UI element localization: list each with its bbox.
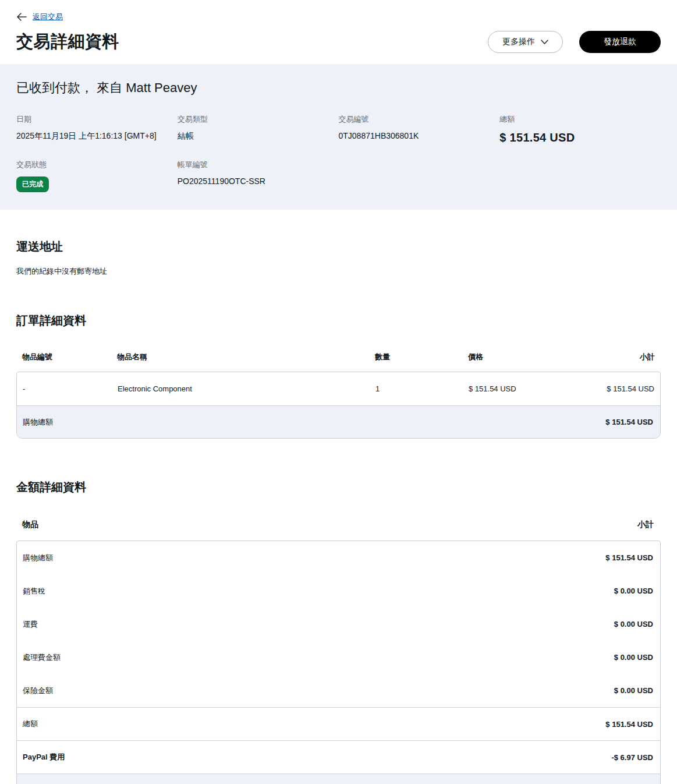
order-subtotal-label: 購物總額 [23,417,53,428]
order-details-heading: 訂單詳細資料 [16,313,661,329]
amount-row-sales-tax: 銷售稅 $ 0.00 USD [17,574,660,608]
amount-value: $ 151.54 USD [605,553,653,562]
amount-label: 處理費金額 [23,652,61,663]
transaction-id-value: 0TJ08871HB306801K [339,131,500,140]
amount-label: 保險金額 [23,686,53,696]
issue-refund-button[interactable]: 發放退款 [579,31,661,53]
order-table: - Electronic Component 1 $ 151.54 USD $ … [16,372,661,439]
back-navigation: 返回交易 [16,12,661,22]
amount-label: PayPal 費用 [23,752,65,762]
invoice-id-value: PO202511190OTC-SSR [178,176,339,186]
page-title: 交易詳細資料 [16,30,119,54]
amount-table: 購物總額 $ 151.54 USD 銷售稅 $ 0.00 USD 運費 $ 0.… [16,541,661,784]
amount-row-purchase-total: 購物總額 $ 151.54 USD [17,541,660,574]
amount-row-net-amount: 淨額 $ 144.57 USD [17,774,660,784]
amount-row-handling-fee: 處理費金額 $ 0.00 USD [17,641,660,674]
transaction-id-label: 交易編號 [339,114,500,125]
transaction-details-page: 返回交易 交易詳細資料 更多操作 發放退款 已收到付款， 來自 Matt Pea… [0,0,677,784]
amount-row-paypal-fee: PayPal 費用 -$ 6.97 USD [17,740,660,774]
chevron-down-icon [541,40,548,44]
payment-summary-heading: 已收到付款， 來自 Matt Peavey [16,79,661,97]
amount-value: $ 0.00 USD [614,686,653,695]
column-quantity: 數量 [375,352,468,362]
title-row: 交易詳細資料 更多操作 發放退款 [16,30,661,54]
more-actions-button[interactable]: 更多操作 [488,31,563,53]
amount-table-header: 物品 小計 [22,520,654,530]
column-item: 物品 [22,520,38,530]
summary-grid: 日期 2025年11月19日 上午1:16:13 [GMT+8] 交易類型 結帳… [16,114,661,192]
date-label: 日期 [16,114,178,125]
amount-value: $ 0.00 USD [614,620,653,628]
cell-price: $ 151.54 USD [469,384,602,393]
status-badge: 已完成 [16,176,49,192]
order-details-section: 訂單詳細資料 物品編號 物品名稱 數量 價格 小計 - Electronic C… [0,313,677,439]
order-subtotal-value: $ 151.54 USD [605,418,653,426]
field-total-amount: 總額 $ 151.54 USD [499,114,661,144]
invoice-id-label: 帳單編號 [178,160,339,170]
total-amount-value: $ 151.54 USD [499,131,661,144]
cell-item-name: Electronic Component [118,384,375,393]
back-arrow-icon[interactable] [16,13,27,21]
order-subtotal-row: 購物總額 $ 151.54 USD [17,405,660,438]
column-item-id: 物品編號 [22,352,117,362]
order-table-header: 物品編號 物品名稱 數量 價格 小計 [16,352,661,362]
transaction-type-value: 結帳 [178,131,339,142]
amount-value: $ 0.00 USD [614,587,653,595]
shipping-address-section: 運送地址 我們的紀錄中沒有郵寄地址 [0,239,677,277]
shipping-address-empty-text: 我們的紀錄中沒有郵寄地址 [16,266,661,277]
amount-details-heading: 金額詳細資料 [16,479,661,495]
transaction-status-value: 已完成 [16,176,178,192]
cell-quantity: 1 [375,384,469,393]
back-to-transactions-link[interactable]: 返回交易 [33,12,63,22]
amount-row-shipping-fee: 運費 $ 0.00 USD [17,608,660,641]
column-item-name: 物品名稱 [117,352,375,362]
field-invoice-id: 帳單編號 PO202511190OTC-SSR [178,160,339,192]
date-value: 2025年11月19日 上午1:16:13 [GMT+8] [16,131,178,142]
amount-label: 購物總額 [23,553,53,563]
total-amount-label: 總額 [499,114,661,125]
shipping-address-heading: 運送地址 [16,239,661,255]
column-price: 價格 [468,352,602,362]
table-row: - Electronic Component 1 $ 151.54 USD $ … [17,372,660,405]
amount-value: $ 0.00 USD [614,653,653,662]
field-transaction-status: 交易狀態 已完成 [16,160,178,192]
page-header: 返回交易 交易詳細資料 更多操作 發放退款 [0,0,677,54]
payment-summary-section: 已收到付款， 來自 Matt Peavey 日期 2025年11月19日 上午1… [0,64,677,210]
amount-row-total: 總額 $ 151.54 USD [17,707,660,740]
header-actions: 更多操作 發放退款 [488,31,661,53]
amount-label: 運費 [23,619,38,630]
amount-details-section: 金額詳細資料 物品 小計 購物總額 $ 151.54 USD 銷售稅 $ 0.0… [0,479,677,784]
amount-label: 銷售稅 [23,586,45,596]
field-date: 日期 2025年11月19日 上午1:16:13 [GMT+8] [16,114,178,144]
field-transaction-id: 交易編號 0TJ08871HB306801K [339,114,500,144]
amount-row-insurance: 保險金額 $ 0.00 USD [17,674,660,707]
amount-label: 總額 [23,719,38,729]
cell-item-id: - [23,384,118,393]
amount-value: $ 151.54 USD [605,720,653,729]
column-subtotal: 小計 [637,520,654,530]
amount-value: -$ 6.97 USD [611,753,653,762]
column-subtotal: 小計 [602,352,655,362]
transaction-status-label: 交易狀態 [16,160,178,170]
transaction-type-label: 交易類型 [178,114,339,125]
field-transaction-type: 交易類型 結帳 [178,114,339,144]
more-actions-label: 更多操作 [502,37,535,47]
cell-subtotal: $ 151.54 USD [602,384,654,393]
